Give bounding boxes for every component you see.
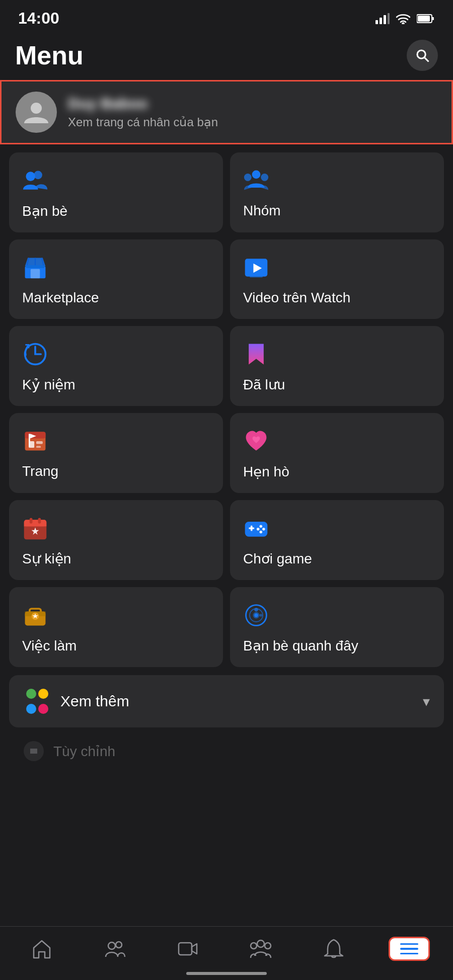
video-watch-icon [243, 255, 269, 281]
svg-line-9 [424, 57, 428, 61]
grid-item-da-luu[interactable]: Đã lưu [230, 326, 444, 406]
svg-point-12 [34, 171, 42, 180]
marketplace-icon [22, 255, 48, 281]
svg-point-8 [417, 50, 425, 58]
svg-rect-21 [250, 276, 263, 278]
svg-rect-17 [31, 269, 40, 279]
home-icon [31, 938, 53, 960]
svg-point-51 [254, 613, 258, 617]
grid-item-hen-ho[interactable]: Hẹn hò [230, 413, 444, 493]
svg-point-4 [403, 23, 404, 24]
jobs-icon [22, 602, 48, 628]
dating-icon [243, 428, 269, 454]
grid-item-label-viec-lam: Việc làm [22, 637, 210, 654]
friends-icon [22, 168, 48, 194]
grid-item-marketplace[interactable]: Marketplace [9, 239, 223, 319]
svg-rect-7 [432, 17, 434, 20]
avatar-icon [21, 97, 51, 127]
svg-point-39 [260, 525, 263, 528]
bell-icon [323, 938, 345, 960]
svg-point-59 [251, 943, 257, 949]
svg-point-14 [244, 174, 252, 181]
svg-rect-18 [26, 265, 44, 268]
gaming-icon [243, 515, 269, 541]
svg-point-42 [260, 531, 263, 534]
svg-rect-3 [388, 13, 390, 24]
status-time: 14:00 [18, 9, 59, 28]
groups-nav-icon [250, 938, 272, 960]
svg-rect-28 [29, 434, 30, 447]
grid-item-label-trang: Trang [22, 463, 210, 479]
svg-point-52 [254, 608, 258, 611]
search-button[interactable] [407, 40, 438, 71]
partial-section: Tùy chỉnh [9, 732, 444, 770]
grid-item-label-su-kien: Sự kiện [22, 550, 210, 567]
svg-rect-2 [384, 15, 386, 24]
svg-rect-57 [179, 943, 192, 955]
saved-icon [243, 341, 269, 367]
video-nav-icon [177, 938, 199, 960]
grid-item-label-ky-niem: Kỷ niệm [22, 376, 210, 393]
nearby-icon [243, 602, 269, 628]
svg-rect-1 [380, 18, 382, 24]
svg-point-58 [257, 940, 264, 947]
page-title: Menu [15, 40, 84, 70]
battery-icon [417, 14, 435, 24]
grid-item-label-choi-game: Chơi game [243, 550, 431, 567]
see-more-label: Xem thêm [60, 693, 129, 710]
grid-item-trang[interactable]: Trang [9, 413, 223, 493]
see-more-left: Xem thêm [23, 687, 129, 715]
svg-point-13 [252, 171, 261, 179]
signal-icon [375, 13, 390, 24]
svg-rect-33 [38, 518, 41, 524]
profile-info: Duy Baboo Xem trang cá nhân của bạn [68, 95, 218, 129]
nav-item-notifications[interactable] [316, 935, 352, 963]
pages-icon [22, 428, 48, 454]
grid-item-nhom[interactable]: Nhóm [230, 152, 444, 232]
svg-rect-34 [24, 525, 47, 527]
profile-subtext: Xem trang cá nhân của bạn [68, 115, 218, 129]
partial-label: Tùy chỉnh [53, 743, 115, 760]
profile-section[interactable]: Duy Baboo Xem trang cá nhân của bạn [0, 80, 453, 144]
groups-icon [243, 168, 269, 194]
search-icon [415, 48, 430, 63]
grid-item-viec-lam[interactable]: Việc làm [9, 587, 223, 667]
status-bar: 14:00 [0, 0, 453, 33]
svg-point-56 [116, 942, 122, 948]
svg-rect-32 [30, 518, 33, 524]
svg-point-55 [108, 942, 115, 949]
grid-item-label-hen-ho: Hẹn hò [243, 463, 431, 480]
svg-point-60 [265, 943, 271, 949]
grid-item-ban-be-quanh-day[interactable]: Bạn bè quanh đây [230, 587, 444, 667]
nav-item-menu[interactable] [389, 937, 430, 961]
wifi-icon [396, 13, 411, 24]
see-more-section[interactable]: Xem thêm ▾ [9, 675, 444, 727]
svg-rect-27 [36, 446, 41, 448]
chevron-down-icon: ▾ [423, 693, 430, 710]
grid-item-label-nhom: Nhóm [243, 203, 431, 219]
grid-item-label-marketplace: Marketplace [22, 290, 210, 306]
grid-item-video-watch[interactable]: Video trên Watch [230, 239, 444, 319]
svg-point-41 [257, 528, 260, 531]
svg-point-15 [261, 174, 268, 181]
nav-item-groups[interactable] [243, 935, 279, 963]
svg-rect-6 [418, 16, 430, 22]
grid-item-choi-game[interactable]: Chơi game [230, 500, 444, 580]
svg-point-40 [262, 528, 265, 531]
grid-item-su-kien[interactable]: Sự kiện [9, 500, 223, 580]
svg-rect-0 [375, 20, 378, 24]
nav-item-friends[interactable] [97, 935, 133, 963]
grid-item-ban-be[interactable]: Bạn bè [9, 152, 223, 232]
svg-rect-24 [25, 432, 46, 438]
grid-item-ky-niem[interactable]: Kỷ niệm [9, 326, 223, 406]
nav-item-video[interactable] [170, 935, 206, 963]
partial-icon [23, 741, 44, 762]
svg-point-10 [31, 103, 42, 114]
memories-icon [22, 341, 48, 367]
profile-name: Duy Baboo [68, 95, 218, 112]
nav-item-home[interactable] [24, 935, 60, 963]
svg-point-53 [260, 614, 263, 617]
menu-grid: Bạn bè Nhóm Marketplace [0, 149, 453, 670]
grid-item-label-ban-be: Bạn bè [22, 203, 210, 219]
svg-rect-26 [36, 441, 43, 444]
